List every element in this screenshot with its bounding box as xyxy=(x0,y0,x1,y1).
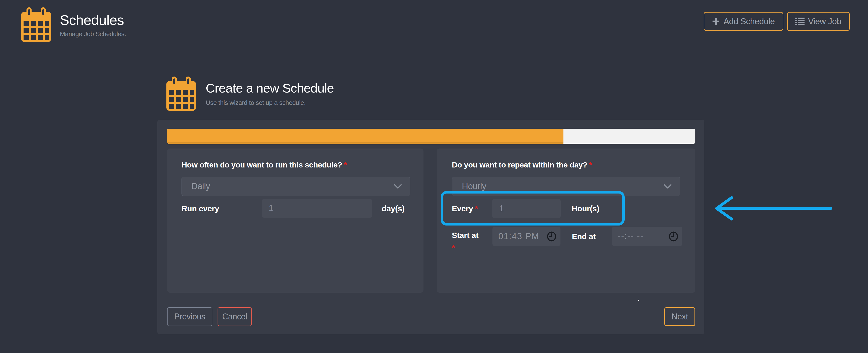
list-icon xyxy=(796,18,805,26)
wizard-title: Create a new Schedule xyxy=(206,81,334,95)
schedules-page: Schedules Manage Job Schedules. Add Sche… xyxy=(0,0,868,353)
add-schedule-button[interactable]: Add Schedule xyxy=(704,12,783,31)
progress-fill xyxy=(167,129,563,144)
clock-icon[interactable] xyxy=(668,231,679,242)
repeat-question-text: Do you want to repeat within the day? xyxy=(452,160,587,169)
day-unit-label: day(s) xyxy=(382,204,405,213)
start-at-label-text: Start at xyxy=(452,231,478,240)
hour-interval-input[interactable] xyxy=(492,199,561,218)
wizard-card: How often do you want to run this schedu… xyxy=(157,120,704,334)
start-at-label: Start at * xyxy=(452,231,478,252)
frequency-select[interactable]: Daily xyxy=(182,177,410,196)
required-asterisk: * xyxy=(452,243,478,252)
chevron-down-icon xyxy=(394,184,402,189)
previous-button[interactable]: Previous xyxy=(167,307,212,326)
start-time-value: 01:43 PM xyxy=(492,231,546,241)
hour-unit-label: Hour(s) xyxy=(572,204,599,213)
next-button[interactable]: Next xyxy=(664,307,695,326)
repeat-question: Do you want to repeat within the day?* xyxy=(452,160,592,169)
every-label-text: Every xyxy=(452,204,473,213)
clock-icon[interactable] xyxy=(546,231,557,242)
view-job-label: View Job xyxy=(808,17,841,26)
frequency-question-text: How often do you want to run this schedu… xyxy=(182,160,342,169)
end-at-label: End at xyxy=(572,232,596,241)
frequency-question: How often do you want to run this schedu… xyxy=(182,160,347,169)
end-time-input[interactable]: --:-- -- xyxy=(612,227,682,246)
end-time-value: --:-- -- xyxy=(612,231,668,241)
start-time-input[interactable]: 01:43 PM xyxy=(492,227,560,246)
page-subtitle: Manage Job Schedules. xyxy=(60,30,126,38)
wizard-calendar-icon xyxy=(166,77,198,111)
day-interval-input[interactable] xyxy=(262,199,372,218)
header-divider xyxy=(12,63,868,63)
repeat-panel: Do you want to repeat within the day?* H… xyxy=(437,148,695,293)
plus-icon xyxy=(712,18,720,25)
run-every-label: Run every xyxy=(182,204,219,213)
frequency-panel: How often do you want to run this schedu… xyxy=(167,148,424,293)
wizard-subtitle: Use this wizard to set up a schedule. xyxy=(206,99,334,107)
view-job-button[interactable]: View Job xyxy=(787,12,850,31)
repeat-select[interactable]: Hourly xyxy=(452,177,680,196)
repeat-select-value: Hourly xyxy=(452,181,663,191)
chevron-down-icon xyxy=(663,184,672,189)
wizard-progress-bar xyxy=(167,129,695,144)
every-label: Every* xyxy=(452,204,478,213)
cancel-button[interactable]: Cancel xyxy=(218,307,252,326)
required-asterisk: * xyxy=(473,204,478,213)
page-title: Schedules xyxy=(60,12,126,28)
required-asterisk: * xyxy=(587,160,592,169)
left-arrow-annotation xyxy=(711,195,836,222)
calendar-icon xyxy=(21,7,54,42)
cursor-artifact-dot xyxy=(638,300,639,301)
frequency-select-value: Daily xyxy=(182,181,394,191)
add-schedule-label: Add Schedule xyxy=(723,17,775,26)
required-asterisk: * xyxy=(342,160,347,169)
